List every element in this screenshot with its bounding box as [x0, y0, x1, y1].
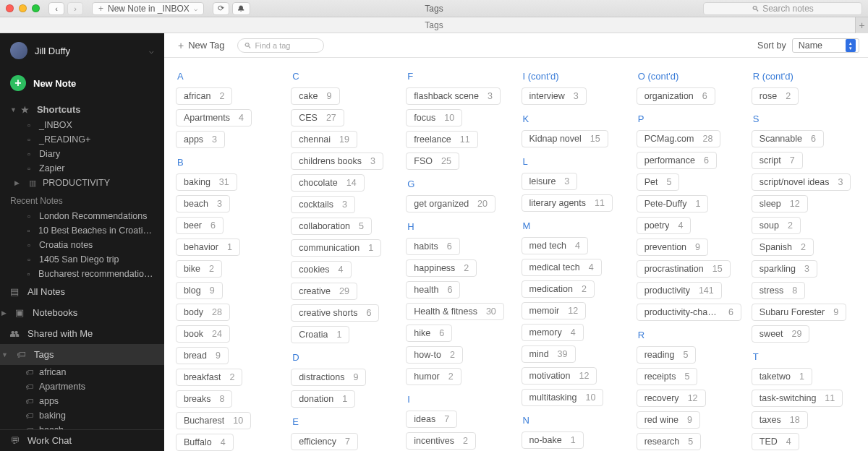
tag-pill[interactable]: cookies4: [291, 261, 351, 278]
tag-pill[interactable]: Apartments4: [176, 109, 252, 126]
account-menu[interactable]: Jill Duffy ⌵: [0, 33, 164, 68]
tag-pill[interactable]: breaks8: [176, 390, 232, 408]
tag-pill[interactable]: FSO25: [406, 153, 459, 170]
nav-forward-button[interactable]: ›: [67, 2, 83, 15]
tag-pill[interactable]: collaboration5: [291, 218, 372, 235]
minimize-button[interactable]: [19, 4, 27, 12]
tag-pill[interactable]: script/novel ideas3: [752, 173, 851, 191]
tag-pill[interactable]: medical tech4: [522, 259, 602, 276]
tag-pill[interactable]: Scannable6: [752, 130, 824, 147]
tag-pill[interactable]: research5: [637, 433, 702, 450]
nav-notebooks[interactable]: ▶ ▣ Notebooks: [0, 302, 164, 323]
tag-pill[interactable]: blog9: [176, 282, 223, 299]
tag-pill[interactable]: productivity-chapters6: [637, 304, 741, 321]
tag-pill[interactable]: behavior1: [176, 239, 240, 256]
tag-pill[interactable]: breakfast2: [176, 369, 242, 386]
tag-pill[interactable]: stress8: [752, 282, 805, 299]
tag-pill[interactable]: red wine9: [637, 411, 700, 429]
recent-note-item[interactable]: ▫1405 San Diego trip: [0, 252, 164, 267]
tag-pill[interactable]: recovery12: [637, 390, 706, 407]
tag-pill[interactable]: creative shorts6: [291, 304, 379, 322]
tag-pill[interactable]: Croatia1: [291, 326, 349, 343]
tag-pill[interactable]: multitasking10: [522, 389, 604, 406]
tag-pill[interactable]: ideas7: [406, 411, 457, 428]
tag-pill[interactable]: Kidnap novel15: [522, 130, 608, 147]
sidebar-tag-item[interactable]: 🏷︎apps: [0, 394, 164, 408]
tag-pill[interactable]: communication1: [291, 239, 381, 257]
tag-pill[interactable]: taxes18: [752, 411, 808, 429]
shortcut-item[interactable]: ▫_INBOX: [0, 118, 164, 132]
nav-tags[interactable]: ▼ 🏷︎ Tags: [0, 344, 164, 365]
close-button[interactable]: [6, 4, 14, 12]
tag-pill[interactable]: get organized20: [406, 195, 495, 212]
tag-pill[interactable]: efficiency7: [291, 433, 358, 450]
tag-pill[interactable]: how-to2: [406, 346, 462, 364]
tag-pill[interactable]: prevention9: [637, 239, 708, 256]
sync-button[interactable]: ⟳: [213, 2, 229, 15]
reminders-button[interactable]: 🔔︎: [232, 2, 250, 15]
zoom-button[interactable]: [32, 4, 40, 12]
tag-pill[interactable]: memory4: [522, 324, 584, 341]
tag-pill[interactable]: bread9: [176, 347, 229, 364]
tag-pill[interactable]: cocktails3: [291, 196, 355, 213]
recent-note-item[interactable]: ▫Bucharest recommendations for v…: [0, 267, 164, 281]
new-note-button[interactable]: + New Note: [0, 68, 164, 98]
tag-pill[interactable]: Pete-Duffy1: [637, 195, 709, 212]
tag-pill[interactable]: freelance11: [406, 131, 477, 148]
tag-pill[interactable]: organization6: [637, 87, 715, 105]
work-chat-button[interactable]: 💬︎ Work Chat: [0, 430, 164, 451]
recent-note-item[interactable]: ▫10 Best Beaches in Croatia for Fa…: [0, 223, 164, 238]
tab-tags[interactable]: Tags: [425, 20, 443, 30]
tag-pill[interactable]: no-bake1: [522, 431, 584, 449]
tag-pill[interactable]: Subaru Forester9: [752, 304, 846, 321]
add-tab-button[interactable]: +: [855, 17, 868, 33]
tag-pill[interactable]: cake9: [291, 87, 339, 105]
tag-pill[interactable]: reading5: [637, 346, 697, 364]
tag-pill[interactable]: poetry4: [637, 217, 692, 234]
tag-pill[interactable]: Pet5: [637, 173, 680, 191]
tag-pill[interactable]: Spanish2: [752, 239, 814, 256]
tag-pill[interactable]: procrastination15: [637, 260, 731, 278]
tag-pill[interactable]: african2: [176, 87, 232, 105]
tag-pill[interactable]: sleep12: [752, 195, 808, 212]
tag-pill[interactable]: TED4: [752, 433, 799, 450]
tag-pill[interactable]: task-switching11: [752, 390, 843, 407]
tag-pill[interactable]: memoir12: [522, 302, 587, 319]
tag-pill[interactable]: taketwo1: [752, 368, 812, 385]
tag-pill[interactable]: mind39: [522, 345, 576, 363]
tag-pill[interactable]: soup2: [752, 217, 801, 234]
tag-pill[interactable]: interview3: [522, 87, 587, 105]
new-tag-button[interactable]: + New Tag: [173, 37, 230, 54]
sidebar-tag-item[interactable]: 🏷︎african: [0, 365, 164, 379]
tag-pill[interactable]: humor2: [406, 368, 461, 385]
tag-pill[interactable]: Bucharest10: [176, 412, 251, 429]
global-search-input[interactable]: 🔍︎ Search notes: [703, 2, 862, 15]
tag-pill[interactable]: baking31: [176, 173, 237, 191]
tag-pill[interactable]: motivation12: [522, 367, 597, 385]
tag-pill[interactable]: rose2: [752, 87, 799, 105]
tag-pill[interactable]: childrens books3: [291, 153, 383, 170]
tag-pill[interactable]: book24: [176, 325, 230, 343]
tag-pill[interactable]: Buffalo4: [176, 434, 234, 451]
tag-pill[interactable]: performance6: [637, 152, 717, 169]
shortcut-item[interactable]: ▫Zapier: [0, 161, 164, 176]
shortcuts-section[interactable]: ▼ ★ Shortcuts: [0, 98, 164, 118]
tag-pill[interactable]: script7: [752, 152, 803, 169]
sort-select[interactable]: Name ▴▾: [792, 38, 859, 53]
tag-pill[interactable]: creative29: [291, 283, 357, 300]
tag-pill[interactable]: happiness2: [406, 259, 477, 277]
tag-pill[interactable]: donation1: [291, 390, 355, 408]
tag-pill[interactable]: distractions9: [291, 369, 366, 386]
tag-pill[interactable]: literary agents11: [522, 194, 613, 212]
tag-pill[interactable]: chennai19: [291, 131, 357, 148]
shortcut-item[interactable]: ▶▥PRODUCTIVITY: [0, 176, 164, 190]
nav-all-notes[interactable]: ▤ All Notes: [0, 281, 164, 302]
recent-note-item[interactable]: ▫London Recommendations: [0, 209, 164, 223]
tag-pill[interactable]: PCMag.com28: [637, 130, 721, 147]
tag-pill[interactable]: incentives2: [406, 432, 476, 450]
tag-pill[interactable]: leisure3: [522, 173, 578, 190]
tag-pill[interactable]: chocolate14: [291, 174, 364, 192]
tag-pill[interactable]: sweet29: [752, 325, 810, 343]
tag-pill[interactable]: med tech4: [522, 237, 588, 254]
shortcut-item[interactable]: ▫_READING+: [0, 132, 164, 147]
